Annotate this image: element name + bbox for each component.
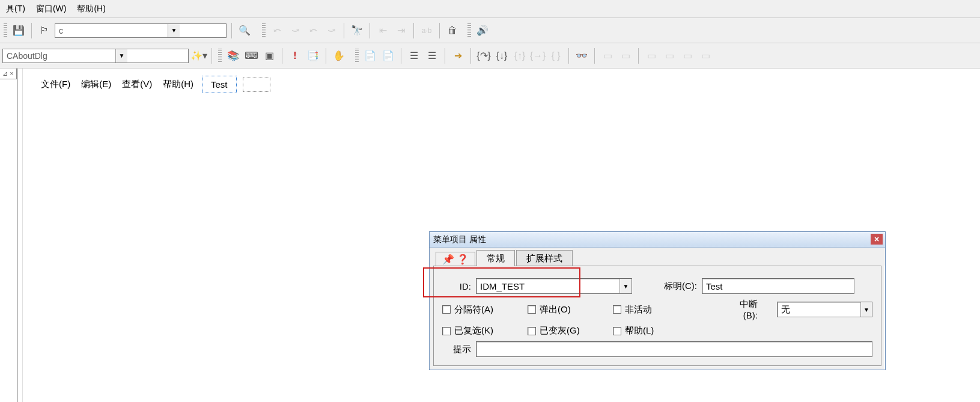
class-combo[interactable]: ▼ <box>2 49 189 63</box>
toolbar-separator <box>282 48 282 64</box>
menu-editor-canvas[interactable]: 文件(F) 编辑(E) 查看(V) 帮助(H) Test 菜单项目 属性 × 📌… <box>23 69 980 402</box>
sound-icon[interactable]: 🔊 <box>475 23 490 38</box>
editing-menu-new-placeholder[interactable] <box>243 78 270 92</box>
sidebar-tab-stub[interactable]: ⊿ × <box>0 69 17 79</box>
menu-window[interactable]: 窗口(W) <box>32 1 70 17</box>
editing-menu-file[interactable]: 文件(F) <box>38 78 73 91</box>
main-menu-bar: 具(T) 窗口(W) 帮助(H) <box>0 0 980 18</box>
step-out-icon[interactable]: {↑} <box>512 48 528 64</box>
break-combo[interactable]: ▼ <box>777 302 872 317</box>
window-icon[interactable]: ▣ <box>261 48 277 64</box>
editing-menu-bar: 文件(F) 编辑(E) 查看(V) 帮助(H) Test <box>38 76 270 93</box>
wand-icon[interactable]: ✨▾ <box>191 48 207 64</box>
step-over-icon[interactable]: {↷} <box>476 48 492 64</box>
doc-brace2-icon[interactable]: 📄 <box>380 48 396 64</box>
prev-bookmark-icon[interactable]: ⤺ <box>305 23 321 38</box>
toolbar-separator <box>212 48 212 64</box>
run-to-icon[interactable]: {→} <box>530 48 546 64</box>
watch2-icon[interactable]: ▭ <box>618 48 633 64</box>
id-input[interactable] <box>476 279 619 293</box>
memory2-icon[interactable]: ▭ <box>662 48 677 64</box>
menu-tools[interactable]: 具(T) <box>2 1 29 17</box>
binoculars-icon[interactable]: 🔭 <box>349 23 365 38</box>
find-icon[interactable]: 🔍 <box>237 23 252 38</box>
tab-general[interactable]: 常规 <box>476 250 515 266</box>
memory1-icon[interactable]: ▭ <box>644 48 659 64</box>
editing-menu-selected-item[interactable]: Test <box>202 76 237 93</box>
watch1-icon[interactable]: ▭ <box>600 48 615 64</box>
doc-list-icon[interactable]: 📑 <box>305 48 321 64</box>
toolbar-grip[interactable] <box>355 49 359 63</box>
chevron-down-icon[interactable]: ▼ <box>619 279 632 293</box>
toolbar-separator <box>326 48 326 64</box>
book-icon[interactable]: 📚 <box>225 48 241 64</box>
find-combo[interactable]: ▼ <box>55 23 227 38</box>
break-input[interactable] <box>778 302 860 317</box>
flag-icon[interactable]: 🏳 <box>37 23 52 38</box>
toolbar-separator <box>470 48 471 64</box>
checked-checkbox[interactable]: 已复选(K) <box>442 325 508 337</box>
exclaim-icon[interactable]: ! <box>287 48 303 64</box>
prompt-input[interactable] <box>476 342 872 356</box>
memory3-icon[interactable]: ▭ <box>680 48 695 64</box>
toolbar-separator <box>370 23 370 38</box>
next-bookmark-icon[interactable]: ⤻ <box>323 23 339 38</box>
chevron-down-icon[interactable]: ▼ <box>115 49 127 62</box>
tab-extended-styles[interactable]: 扩展样式 <box>516 250 573 266</box>
toolbar-separator <box>344 23 344 38</box>
splitter[interactable] <box>18 69 23 402</box>
toolbar-grip[interactable] <box>218 49 222 63</box>
list-icon[interactable]: ☰ <box>406 48 422 64</box>
replace-icon[interactable]: a·b <box>419 23 434 38</box>
popup-checkbox[interactable]: 弹出(O) <box>528 304 594 315</box>
chevron-down-icon[interactable]: ▼ <box>168 24 180 37</box>
save-icon[interactable]: 💾 <box>11 23 26 38</box>
find-combo-input[interactable] <box>55 24 168 37</box>
braces-icon[interactable]: { } <box>548 48 564 64</box>
redo-bookmark-icon[interactable]: ⤻ <box>287 23 303 38</box>
id-combo[interactable]: ▼ <box>476 278 632 294</box>
hand-icon[interactable]: ✋ <box>331 48 347 64</box>
inactive-checkbox-label: 非活动 <box>625 304 652 315</box>
dialog-titlebar[interactable]: 菜单项目 属性 × <box>430 232 885 248</box>
outdent-icon[interactable]: ⇤ <box>375 23 391 38</box>
delete-icon[interactable]: 🗑 <box>445 23 460 38</box>
separator-checkbox[interactable]: 分隔符(A) <box>442 304 508 315</box>
toolbar-grip[interactable] <box>467 23 471 38</box>
grayed-checkbox[interactable]: 已变灰(G) <box>528 325 594 337</box>
undo-bookmark-icon[interactable]: ⤺ <box>269 23 285 38</box>
class-combo-input[interactable] <box>3 49 115 62</box>
pushpin-tab[interactable]: 📌 ❓ <box>436 252 475 266</box>
inactive-checkbox[interactable]: 非活动 <box>613 304 679 315</box>
step-into-icon[interactable]: {↓} <box>494 48 510 64</box>
prompt-label: 提示 <box>442 344 471 355</box>
sidebar-docked-panel[interactable]: ⊿ × <box>0 69 18 402</box>
help-checkbox[interactable]: 帮助(L) <box>613 325 679 337</box>
editing-menu-edit[interactable]: 编辑(E) <box>79 78 114 91</box>
menu-item-properties-dialog: 菜单项目 属性 × 📌 ❓ 常规 扩展样式 ID: ▼ <box>429 231 886 370</box>
popup-checkbox-label: 弹出(O) <box>540 304 571 315</box>
prompt-field[interactable] <box>476 341 872 357</box>
toolbar-row-1: 💾 🏳 ▼ 🔍 ⤺ ⤻ ⤺ ⤻ 🔭 ⇤ ⇥ a·b 🗑 🔊 <box>0 18 980 43</box>
editing-menu-help[interactable]: 帮助(H) <box>160 78 196 91</box>
keyboard-icon[interactable]: ⌨ <box>243 48 259 64</box>
toolbar-grip[interactable] <box>4 23 7 38</box>
checkbox-box <box>613 327 621 335</box>
main-area: ⊿ × 文件(F) 编辑(E) 查看(V) 帮助(H) Test 菜单项目 属性… <box>0 69 980 402</box>
caption-input[interactable] <box>702 279 854 293</box>
indent-icon[interactable]: ⇥ <box>393 23 409 38</box>
toolbar-grip[interactable] <box>262 23 266 38</box>
glasses-icon[interactable]: 👓 <box>574 48 589 64</box>
help-icon: ❓ <box>457 254 469 264</box>
close-icon[interactable]: × <box>871 234 883 245</box>
menu-help[interactable]: 帮助(H) <box>73 1 109 17</box>
list2-icon[interactable]: ☰ <box>424 48 440 64</box>
caption-field[interactable] <box>702 278 854 294</box>
toolbar-separator <box>31 23 32 38</box>
chevron-down-icon[interactable]: ▼ <box>860 302 872 317</box>
doc-brace-icon[interactable]: 📄 <box>362 48 378 64</box>
toolbar-separator <box>401 48 401 64</box>
memory4-icon[interactable]: ▭ <box>698 48 713 64</box>
editing-menu-view[interactable]: 查看(V) <box>120 78 154 91</box>
arrow-right-icon[interactable]: ➔ <box>450 48 466 64</box>
